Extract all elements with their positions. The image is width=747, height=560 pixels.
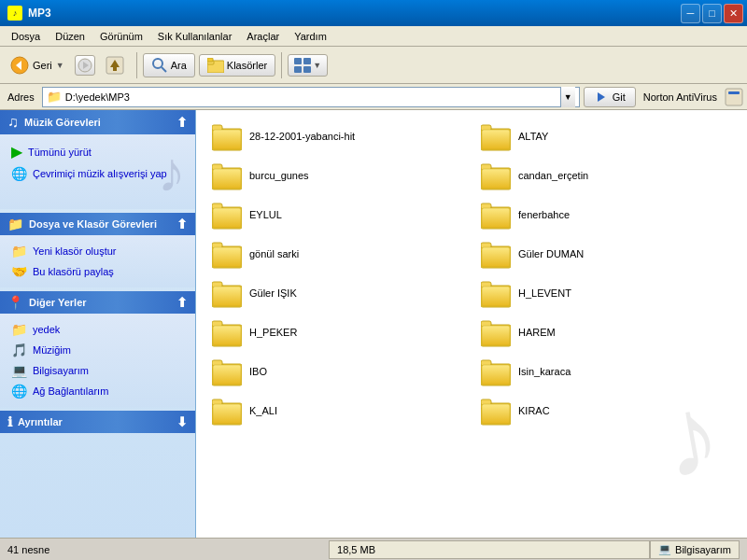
sidebar-content-file: 📁 Yeni klasör oluştur 🤝 Bu klasörü payla…: [0, 235, 195, 287]
status-bar: 41 nesne 18,5 MB 💻 Bilgisayarım: [0, 538, 747, 560]
sidebar-item-share-folder[interactable]: 🤝 Bu klasörü paylaş: [7, 261, 188, 282]
file-pane[interactable]: 28-12-2001-yabanci-hit ALTAY: [196, 110, 747, 538]
window-title: MP3: [28, 7, 51, 20]
folder-svg: [481, 162, 511, 190]
folder-name-f3: burcu_gunes: [249, 170, 309, 181]
new-folder-icon: 📁: [11, 244, 27, 259]
svg-rect-34: [482, 169, 510, 189]
folder-name-f14: Isin_karaca: [518, 366, 571, 377]
folder-item-f13[interactable]: IBO: [204, 353, 471, 390]
folder-svg: [212, 358, 242, 386]
svg-rect-54: [213, 287, 241, 306]
menu-sik[interactable]: Sık Kullanılanlar: [150, 29, 240, 44]
go-button[interactable]: Git: [584, 87, 636, 107]
svg-rect-74: [482, 365, 510, 385]
folder-item-f1[interactable]: 28-12-2001-yabanci-hit: [204, 118, 471, 155]
sidebar-item-bilgisayarim[interactable]: 💻 Bilgisayarım: [7, 360, 188, 381]
folder-name-f9: Güler IŞIK: [249, 287, 297, 299]
folder-icon-f4: [481, 162, 511, 189]
sidebar-header-music[interactable]: ♫ Müzik Görevleri ⬆: [0, 110, 195, 134]
details-expand-icon: ⬇: [176, 414, 188, 429]
sidebar-header-file[interactable]: 📁 Dosya ve Klasör Görevleri ⬆: [0, 213, 195, 235]
status-right: 💻 Bilgisayarım: [650, 540, 740, 559]
shop-icon: 🌐: [11, 166, 27, 181]
folder-item-f4[interactable]: candan_erçetin: [472, 157, 740, 194]
folder-icon-f10: [481, 280, 511, 306]
folder-icon-f11: [212, 319, 242, 345]
folder-svg: [212, 398, 242, 426]
window-icon: ♪: [7, 6, 22, 21]
svg-rect-66: [482, 326, 510, 345]
menu-dosya[interactable]: Dosya: [4, 29, 48, 44]
svg-rect-62: [213, 326, 241, 345]
sidebar-section-file: 📁 Dosya ve Klasör Görevleri ⬆ 📁 Yeni kla…: [0, 213, 195, 287]
title-buttons: ─ □ ✕: [681, 4, 743, 23]
close-button[interactable]: ✕: [724, 4, 743, 23]
views-dropdown-icon[interactable]: ▼: [313, 61, 321, 70]
address-bar: Adres 📁 ▼ Git Norton AntiVirus: [0, 84, 747, 110]
folder-item-f14[interactable]: Isin_karaca: [472, 353, 740, 390]
svg-rect-42: [482, 208, 510, 228]
folder-icon-f5: [212, 202, 242, 228]
maximize-button[interactable]: □: [702, 4, 722, 23]
views-button[interactable]: ▼: [288, 54, 328, 77]
folder-item-f2[interactable]: ALTAY: [472, 118, 740, 155]
folder-item-f9[interactable]: Güler IŞIK: [204, 274, 471, 312]
svg-rect-6: [113, 66, 117, 71]
menu-duzen[interactable]: Düzen: [48, 29, 92, 44]
sidebar-item-shop[interactable]: 🌐 Çevrimiçi müzik alışverişi yap: [7, 163, 188, 184]
folder-item-f6[interactable]: fenerbahce: [472, 196, 740, 233]
address-input[interactable]: [65, 91, 557, 103]
sidebar-item-new-folder[interactable]: 📁 Yeni klasör oluştur: [7, 241, 188, 261]
search-button[interactable]: Ara: [143, 53, 195, 77]
status-count: 41 nesne: [7, 544, 329, 555]
folder-item-f7[interactable]: gönül sarki: [204, 235, 471, 273]
status-computer-icon: 💻: [658, 543, 671, 555]
address-dropdown[interactable]: ▼: [560, 87, 575, 107]
folder-name-f13: IBO: [249, 366, 267, 377]
address-input-wrap: 📁 ▼: [42, 87, 580, 107]
folder-icon-f2: [481, 123, 511, 149]
sidebar-item-yedek[interactable]: 📁 yedek: [7, 319, 188, 340]
folder-icon-f14: [481, 358, 511, 385]
music-note-icon: ♫: [7, 114, 19, 131]
folders-button[interactable]: Klasörler: [199, 54, 275, 77]
muzigim-icon: 🎵: [11, 343, 27, 357]
folder-item-f10[interactable]: H_LEVENT: [472, 274, 740, 312]
folder-name-f10: H_LEVENT: [518, 287, 571, 299]
svg-rect-50: [482, 247, 510, 267]
folder-item-f12[interactable]: HAREM: [472, 314, 740, 351]
folder-item-f15[interactable]: K_ALI: [204, 392, 471, 429]
menu-yardim[interactable]: Yardım: [287, 29, 334, 44]
sidebar-item-ag[interactable]: 🌐 Ağ Bağlantılarım: [7, 381, 188, 401]
folder-name-f11: H_PEKER: [249, 327, 297, 338]
folder-icon-f8: [481, 241, 511, 267]
folder-item-f3[interactable]: burcu_gunes: [204, 157, 471, 194]
minimize-button[interactable]: ─: [681, 4, 700, 23]
sidebar-header-other[interactable]: 📍 Diğer Yerler ⬆: [0, 291, 195, 314]
menu-gorunum[interactable]: Görünüm: [92, 29, 150, 44]
svg-rect-30: [213, 169, 241, 189]
other-collapse-icon: ⬆: [176, 295, 188, 310]
sidebar-item-muzigim[interactable]: 🎵 Müziğim: [7, 340, 188, 360]
status-size: 18,5 MB: [329, 540, 650, 559]
up-button[interactable]: [99, 52, 131, 78]
folder-item-f8[interactable]: Güler DUMAN: [472, 235, 740, 273]
folder-item-f11[interactable]: H_PEKER: [204, 314, 471, 351]
svg-rect-15: [303, 66, 311, 73]
folder-icon-f9: [212, 280, 242, 306]
folder-icon-f3: [212, 162, 242, 189]
svg-rect-17: [726, 89, 742, 105]
sidebar-item-play-all[interactable]: ▶ Tümünü yürüt: [7, 140, 188, 163]
sidebar-header-details[interactable]: ℹ Ayrıntılar ⬇: [0, 411, 195, 433]
forward-button[interactable]: [75, 55, 95, 76]
back-dropdown-icon[interactable]: ▼: [56, 61, 64, 70]
folder-name-f8: Güler DUMAN: [518, 248, 584, 259]
back-button[interactable]: Geri ▼: [4, 52, 71, 78]
folder-icon-f6: [481, 202, 511, 228]
svg-point-7: [153, 59, 162, 68]
menu-araclar[interactable]: Araçlar: [239, 29, 287, 44]
folder-item-f5[interactable]: EYLUL: [204, 196, 471, 233]
folder-item-f16[interactable]: KIRAC: [472, 392, 740, 429]
file-tasks-icon: 📁: [7, 217, 23, 231]
